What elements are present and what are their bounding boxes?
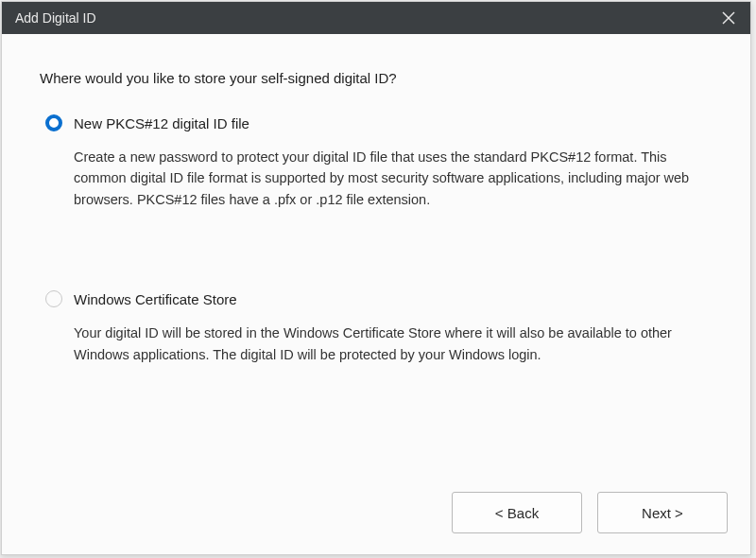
option-label-windows-store: Windows Certificate Store	[74, 291, 237, 307]
dialog-title: Add Digital ID	[15, 10, 707, 26]
option-header: New PKCS#12 digital ID file	[45, 114, 713, 131]
back-button[interactable]: < Back	[452, 492, 582, 533]
option-label-pkcs12: New PKCS#12 digital ID file	[74, 115, 249, 131]
storage-prompt: Where would you like to store your self-…	[40, 70, 713, 86]
option-windows-store[interactable]: Windows Certificate Store Your digital I…	[40, 290, 713, 365]
titlebar: Add Digital ID	[2, 2, 750, 34]
radio-windows-store[interactable]	[45, 290, 62, 307]
close-icon	[722, 11, 735, 25]
option-pkcs12[interactable]: New PKCS#12 digital ID file Create a new…	[40, 114, 713, 210]
close-button[interactable]	[707, 2, 750, 34]
dialog-content: Where would you like to store your self-…	[2, 34, 750, 475]
next-button[interactable]: Next >	[597, 492, 728, 533]
dialog-footer: < Back Next >	[2, 475, 750, 554]
radio-pkcs12[interactable]	[45, 114, 62, 131]
option-desc-windows-store: Your digital ID will be stored in the Wi…	[45, 323, 697, 365]
add-digital-id-dialog: Add Digital ID Where would you like to s…	[1, 1, 751, 555]
option-header: Windows Certificate Store	[45, 290, 713, 307]
option-desc-pkcs12: Create a new password to protect your di…	[45, 147, 697, 210]
